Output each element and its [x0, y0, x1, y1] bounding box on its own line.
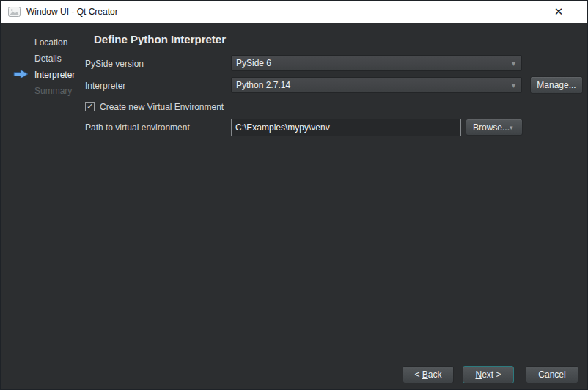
interpreter-label: Interpreter — [85, 81, 125, 91]
current-step-arrow-icon — [13, 69, 29, 79]
window-title: Window UI - Qt Creator — [26, 7, 118, 17]
manage-button-label: Manage... — [537, 80, 576, 90]
next-button-label: Next > — [475, 369, 501, 380]
wizard-step-interpreter: Interpreter — [34, 70, 75, 80]
venv-path-label: Path to virtual environment — [85, 122, 190, 133]
wizard-step-summary: Summary — [34, 86, 72, 96]
wizard-window: Window UI - Qt Creator ✕ Location Detail… — [0, 0, 588, 390]
pyside-version-combobox[interactable]: PySide 6 ▾ — [231, 55, 522, 71]
app-image-icon — [8, 7, 21, 17]
cancel-button[interactable]: Cancel — [526, 366, 578, 383]
browse-button-label: Browse... — [473, 122, 510, 133]
interpreter-combobox[interactable]: Python 2.7.14 ▾ — [231, 77, 522, 93]
pyside-version-label: PySide version — [85, 59, 144, 69]
close-button[interactable]: ✕ — [542, 1, 576, 23]
manage-button[interactable]: Manage... — [530, 76, 583, 94]
venv-path-input[interactable] — [231, 119, 461, 136]
back-button[interactable]: < Back — [403, 366, 454, 383]
create-venv-checkbox[interactable]: ✓ — [85, 102, 95, 111]
chevron-down-icon: ▾ — [512, 59, 515, 67]
cancel-button-label: Cancel — [538, 369, 565, 380]
wizard-step-details: Details — [34, 54, 62, 64]
browse-button[interactable]: Browse... ▾ — [466, 119, 523, 136]
footer-separator — [1, 356, 587, 356]
create-venv-label: Create new Virtual Environment — [100, 102, 224, 112]
pyside-version-value: PySide 6 — [236, 58, 271, 68]
interpreter-value: Python 2.7.14 — [236, 80, 290, 90]
page-title: Define Python Interpreter — [94, 33, 226, 45]
close-icon: ✕ — [554, 5, 564, 18]
next-button[interactable]: Next > — [463, 366, 514, 383]
wizard-step-location: Location — [34, 37, 67, 48]
checkmark-icon: ✓ — [87, 103, 93, 111]
titlebar: Window UI - Qt Creator ✕ — [1, 1, 587, 23]
back-button-label: < Back — [414, 369, 441, 380]
chevron-down-icon: ▾ — [510, 124, 513, 131]
chevron-down-icon: ▾ — [512, 81, 515, 89]
